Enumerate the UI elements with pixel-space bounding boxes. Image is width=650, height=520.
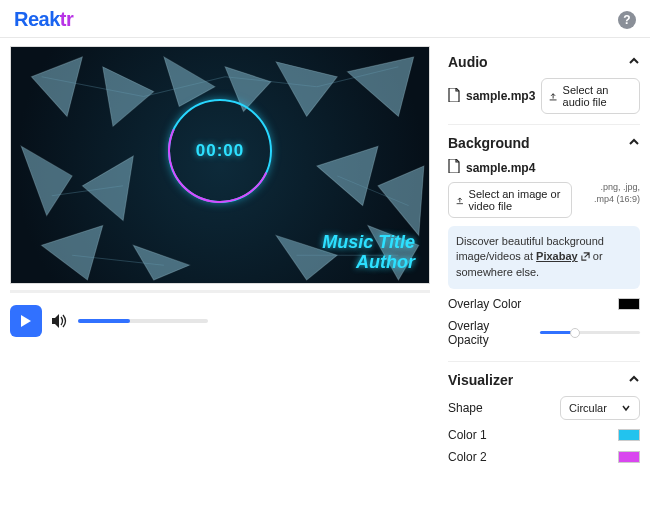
overlay-opacity-slider[interactable] [540, 331, 640, 334]
svg-marker-2 [164, 57, 215, 107]
logo-part-1: Reak [14, 8, 60, 30]
select-audio-label: Select an audio file [563, 84, 632, 108]
playback-controls [10, 305, 430, 337]
shape-label: Shape [448, 401, 483, 415]
color1-row: Color 1 [448, 428, 640, 442]
file-icon [448, 159, 460, 176]
select-audio-button[interactable]: Select an audio file [541, 78, 640, 114]
settings-panel: Audio sample.mp3 Select an audio file Ba… [440, 38, 650, 520]
visualizer-section: Visualizer Shape Circular Color 1 Color … [448, 362, 640, 478]
app-logo: Reaktr [14, 8, 73, 31]
main-layout: 00:00 Music Title Author Audio [0, 38, 650, 520]
video-preview[interactable]: 00:00 Music Title Author [10, 46, 430, 284]
external-link-icon [581, 250, 590, 265]
preview-pane: 00:00 Music Title Author [0, 38, 440, 520]
volume-icon[interactable] [52, 314, 68, 328]
select-background-label: Select an image or video file [469, 188, 565, 212]
svg-marker-8 [378, 166, 424, 235]
background-section: Background sample.mp4 Select an image or… [448, 125, 640, 362]
file-icon [448, 88, 460, 105]
svg-marker-1 [103, 67, 154, 126]
chevron-down-icon [621, 403, 631, 413]
play-icon [20, 314, 32, 328]
opacity-thumb [570, 328, 580, 338]
color1-swatch[interactable] [618, 429, 640, 441]
select-background-button[interactable]: Select an image or video file [448, 182, 572, 218]
overlay-color-row: Overlay Color [448, 297, 640, 311]
app-header: Reaktr ? [0, 0, 650, 38]
svg-marker-4 [347, 57, 413, 116]
audio-section: Audio sample.mp3 Select an audio file [448, 44, 640, 125]
color2-label: Color 2 [448, 450, 487, 464]
overlay-opacity-row: Overlay Opacity [448, 319, 640, 348]
chevron-up-icon [628, 372, 640, 388]
svg-marker-9 [42, 225, 103, 280]
audio-file-row: sample.mp3 [448, 88, 535, 105]
background-heading: Background [448, 135, 530, 151]
play-button[interactable] [10, 305, 42, 337]
shape-row: Shape Circular [448, 396, 640, 420]
overlay-opacity-label: Overlay Opacity [448, 319, 508, 348]
background-file-row: sample.mp4 [448, 159, 640, 176]
preview-timer: 00:00 [196, 141, 244, 161]
svg-marker-23 [52, 314, 59, 328]
visualizer-heading: Visualizer [448, 372, 513, 388]
svg-marker-3 [276, 62, 337, 117]
color2-row: Color 2 [448, 450, 640, 464]
logo-part-2: tr [60, 8, 73, 30]
audio-heading: Audio [448, 54, 488, 70]
svg-marker-7 [317, 146, 378, 205]
shape-value: Circular [569, 402, 607, 414]
chevron-up-icon [628, 54, 640, 70]
pixabay-link[interactable]: Pixabay [536, 250, 578, 262]
audio-filename: sample.mp3 [466, 89, 535, 103]
background-section-header[interactable]: Background [448, 135, 640, 151]
svg-marker-5 [21, 146, 72, 215]
background-filename: sample.mp4 [466, 161, 535, 175]
background-hint: .png, .jpg, .mp4 (16:9) [578, 182, 640, 205]
color2-swatch[interactable] [618, 451, 640, 463]
svg-marker-0 [31, 57, 82, 116]
progress-bar[interactable] [10, 290, 430, 293]
upload-icon [549, 91, 557, 102]
volume-slider[interactable] [78, 319, 208, 323]
preview-music-title: Music Title [322, 232, 415, 253]
color1-label: Color 1 [448, 428, 487, 442]
audio-section-header[interactable]: Audio [448, 54, 640, 70]
volume-fill [78, 319, 130, 323]
help-button[interactable]: ? [618, 11, 636, 29]
background-info-box: Discover beautiful background image/vide… [448, 226, 640, 289]
preview-author: Author [356, 252, 415, 273]
shape-select[interactable]: Circular [560, 396, 640, 420]
overlay-color-label: Overlay Color [448, 297, 521, 311]
chevron-up-icon [628, 135, 640, 151]
svg-marker-22 [21, 315, 31, 327]
visualizer-section-header[interactable]: Visualizer [448, 372, 640, 388]
overlay-color-swatch[interactable] [618, 298, 640, 310]
upload-icon [456, 195, 464, 206]
